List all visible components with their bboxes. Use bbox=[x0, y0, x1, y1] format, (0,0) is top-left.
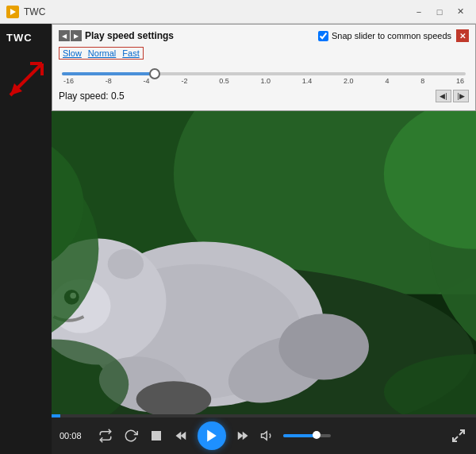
svg-point-26 bbox=[278, 314, 369, 379]
app-title: TWC bbox=[24, 6, 45, 17]
svg-point-23 bbox=[108, 249, 144, 279]
tick-label-8: 2.0 bbox=[344, 77, 354, 85]
title-bar-left: TWC bbox=[6, 6, 45, 18]
tick-label-7: 1.4 bbox=[302, 77, 313, 85]
speed-slider-fill bbox=[62, 72, 155, 75]
svg-marker-38 bbox=[238, 432, 244, 441]
tick-label-9: 4 bbox=[385, 77, 389, 85]
svg-marker-40 bbox=[262, 432, 267, 441]
progress-fill bbox=[52, 414, 60, 417]
sidebar: TWC bbox=[0, 24, 52, 454]
main-content: TWC ◀ bbox=[0, 24, 476, 454]
fine-forward-button[interactable]: |▶ bbox=[453, 90, 469, 102]
speed-fast[interactable]: Fast bbox=[119, 48, 142, 59]
snap-checkbox-label[interactable]: Snap slider to common speeds bbox=[318, 31, 451, 41]
popup-header-left: ◀ ▶ Play speed settings bbox=[59, 30, 174, 41]
fine-back-button[interactable]: ◀| bbox=[436, 90, 451, 102]
popup-next-button[interactable]: ▶ bbox=[71, 30, 82, 41]
tick-label-2: -8 bbox=[106, 77, 112, 85]
slider-labels: -16 -8 -4 -2 0.5 1.0 1.4 2.0 4 8 16 bbox=[62, 77, 466, 85]
fine-controls: ◀| |▶ bbox=[436, 90, 469, 102]
svg-marker-39 bbox=[243, 432, 248, 441]
speed-slider-track bbox=[62, 72, 466, 75]
volume-button[interactable] bbox=[258, 426, 277, 445]
popup-title: Play speed settings bbox=[85, 30, 174, 41]
tick-label-4: -2 bbox=[181, 77, 187, 85]
app-icon bbox=[6, 6, 19, 18]
maximize-button[interactable]: □ bbox=[430, 3, 449, 21]
volume-thumb bbox=[313, 431, 321, 439]
tick-label-10: 8 bbox=[420, 77, 424, 85]
progress-bar[interactable] bbox=[52, 414, 476, 417]
tick-label-5: 0.5 bbox=[219, 77, 229, 85]
forward-button[interactable] bbox=[232, 426, 251, 445]
loop-button[interactable] bbox=[96, 426, 115, 445]
snap-checkbox-input[interactable] bbox=[318, 31, 328, 41]
sidebar-title: TWC bbox=[6, 32, 33, 44]
svg-rect-34 bbox=[152, 431, 161, 441]
tick-label-3: -4 bbox=[144, 77, 150, 85]
rewind-button[interactable] bbox=[172, 426, 191, 445]
svg-marker-35 bbox=[181, 432, 186, 441]
play-button[interactable] bbox=[198, 421, 226, 450]
refresh-button[interactable] bbox=[121, 426, 140, 445]
speed-slow[interactable]: Slow bbox=[60, 48, 85, 59]
svg-marker-36 bbox=[176, 432, 182, 441]
popup-nav: ◀ ▶ bbox=[59, 30, 82, 41]
time-display: 00:08 bbox=[60, 431, 90, 441]
speed-slider-thumb[interactable] bbox=[149, 68, 160, 79]
play-speed-popup: ◀ ▶ Play speed settings Snap slider to c… bbox=[52, 24, 476, 111]
play-speed-text: Play speed: 0.5 bbox=[59, 90, 125, 102]
popup-close-button[interactable]: ✕ bbox=[456, 29, 469, 42]
fullscreen-button[interactable] bbox=[449, 426, 468, 445]
popup-prev-button[interactable]: ◀ bbox=[59, 30, 70, 41]
speed-slider-container: -16 -8 -4 -2 0.5 1.0 1.4 2.0 4 8 16 bbox=[59, 72, 469, 85]
volume-fill bbox=[283, 434, 317, 437]
close-button[interactable]: ✕ bbox=[451, 3, 470, 21]
tick-label-1: -16 bbox=[63, 77, 74, 85]
window-controls: − □ ✕ bbox=[409, 3, 470, 21]
stop-button[interactable] bbox=[147, 426, 166, 445]
tick-label-6: 1.0 bbox=[260, 77, 271, 85]
svg-marker-37 bbox=[207, 430, 217, 442]
volume-slider[interactable] bbox=[283, 434, 331, 437]
minimize-button[interactable]: − bbox=[409, 3, 428, 21]
tick-label-11: 16 bbox=[456, 77, 464, 85]
speed-normal[interactable]: Normal bbox=[85, 48, 119, 59]
speed-labels-container: Slow Normal Fast bbox=[59, 47, 144, 60]
arrow-indicator bbox=[6, 60, 46, 103]
play-speed-row: Play speed: 0.5 ◀| |▶ bbox=[59, 90, 469, 102]
popup-right: Snap slider to common speeds ✕ bbox=[318, 29, 469, 42]
title-bar: TWC − □ ✕ bbox=[0, 0, 476, 24]
controls-bar: 00:08 bbox=[52, 417, 476, 454]
video-area: ◀ ▶ Play speed settings Snap slider to c… bbox=[52, 24, 476, 454]
snap-label: Snap slider to common speeds bbox=[332, 31, 451, 40]
popup-header: ◀ ▶ Play speed settings Snap slider to c… bbox=[59, 29, 469, 42]
